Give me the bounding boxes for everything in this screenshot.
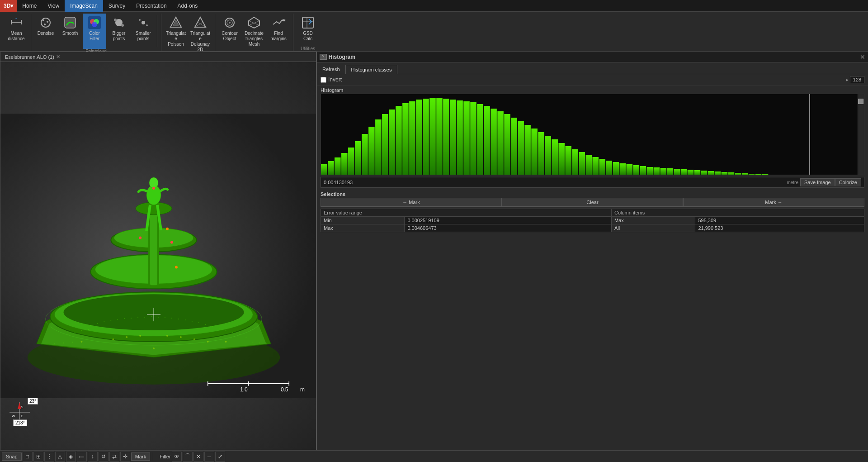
tab-refresh[interactable]: Refresh xyxy=(317,65,345,74)
viewport-3d-area[interactable]: 1.0 0.5 m S E W xyxy=(0,62,316,450)
row1-val1: 0.0002519109 xyxy=(405,217,612,224)
menu-presentation[interactable]: Presentation xyxy=(131,0,172,12)
save-image-btn[interactable]: Save Image xyxy=(800,178,835,186)
svg-rect-2 xyxy=(21,20,22,24)
tab-histogram-classes[interactable]: Histogram classes xyxy=(345,65,398,74)
tool-mean-distance[interactable]: ≈ Mean distance xyxy=(5,14,28,46)
clear-btn[interactable]: Clear xyxy=(502,198,683,207)
svg-rect-175 xyxy=(715,171,721,175)
tool-decimate-mesh[interactable]: DecimatetrianglesMesh xyxy=(242,14,266,48)
gsd-calc-label: GSDCalc xyxy=(303,31,313,42)
svg-point-70 xyxy=(185,319,186,320)
mark-right-btn[interactable]: Mark → xyxy=(683,198,864,207)
tool-triangulate-delaunay[interactable]: TriangulateDelaunay 2D xyxy=(189,14,212,53)
table-row-1: Min 0.0002519109 Max 595,309 xyxy=(321,217,864,224)
svg-rect-166 xyxy=(654,167,660,175)
help-btn[interactable]: ? xyxy=(320,54,327,60)
menu-addons[interactable]: Add-ons xyxy=(172,0,203,12)
snap-points-icon[interactable]: ⋮ xyxy=(44,452,54,462)
smooth-label: Smooth xyxy=(62,31,78,36)
smaller-points-icon xyxy=(136,15,151,30)
snap-move-icon[interactable]: ↕ xyxy=(88,452,98,462)
svg-rect-184 xyxy=(776,175,782,175)
filter-arrow-icon[interactable]: → xyxy=(204,452,214,462)
mark-left-btn[interactable]: ← Mark xyxy=(321,198,502,207)
toolbar-group-mesh: ContourObject DecimatetrianglesMesh Find… xyxy=(215,14,293,51)
toolbar-sep xyxy=(153,452,153,461)
viewport-tab: Eselsbrunnen.ALO (1) ✕ xyxy=(0,52,316,62)
viewport[interactable]: Eselsbrunnen.ALO (1) ✕ xyxy=(0,52,316,450)
menu-home[interactable]: Home xyxy=(17,0,42,12)
filter-curve-icon[interactable]: ⌒ xyxy=(183,452,193,462)
logo-button[interactable]: 3D▾ xyxy=(0,0,17,12)
snap-edge-icon[interactable]: ⟝ xyxy=(77,452,87,462)
svg-rect-168 xyxy=(667,168,674,175)
tool-contour-object[interactable]: ContourObject xyxy=(218,14,241,48)
histogram-slider-thumb[interactable] xyxy=(858,99,863,104)
svg-point-83 xyxy=(245,337,246,338)
snap-btn[interactable]: Snap xyxy=(2,452,22,461)
mesh-group-label xyxy=(218,48,290,49)
panel-close-btn[interactable]: ✕ xyxy=(860,53,865,61)
svg-point-56 xyxy=(90,325,91,326)
viewport-tab-label: Eselsbrunnen.ALO (1) xyxy=(5,54,54,60)
svg-rect-151 xyxy=(552,139,558,175)
selections-buttons: ← Mark Clear Mark → xyxy=(321,198,864,207)
contour-object-label: ContourObject xyxy=(222,31,238,42)
snap-node-icon[interactable]: ◈ xyxy=(66,452,76,462)
filter-x-icon[interactable]: ✕ xyxy=(193,452,203,462)
svg-rect-131 xyxy=(416,100,422,175)
snap-flip-icon[interactable]: ⇄ xyxy=(109,452,119,462)
tool-gsd-calc[interactable]: GSDCalc xyxy=(296,14,320,46)
svg-rect-185 xyxy=(783,175,789,175)
svg-point-92 xyxy=(139,335,141,337)
tool-smooth[interactable]: Smooth xyxy=(58,14,82,49)
snap-tri-icon[interactable]: △ xyxy=(55,452,65,462)
svg-rect-123 xyxy=(362,134,368,175)
tool-find-margins[interactable]: Findmargins xyxy=(267,14,290,48)
snap-square-icon[interactable]: □ xyxy=(23,452,33,462)
svg-rect-121 xyxy=(348,148,354,175)
tool-triangulate-poisson[interactable]: TriangulatePoisson xyxy=(164,14,188,53)
snap-grid-icon[interactable]: ⊞ xyxy=(33,452,43,462)
bigger-points-icon xyxy=(112,15,126,30)
svg-point-59 xyxy=(110,320,111,321)
svg-rect-178 xyxy=(735,173,741,175)
smaller-points-label: Smallerpoints xyxy=(136,31,151,42)
svg-point-94 xyxy=(166,335,168,337)
menu-survey[interactable]: Survey xyxy=(103,0,131,12)
menu-imagescan[interactable]: ImageScan xyxy=(65,0,103,12)
svg-point-4 xyxy=(41,18,50,27)
row1-label1: Min xyxy=(321,217,405,224)
svg-rect-136 xyxy=(450,100,456,175)
svg-point-50 xyxy=(149,177,158,188)
histogram-chart[interactable] xyxy=(321,94,864,175)
svg-rect-119 xyxy=(335,157,341,175)
menu-view[interactable]: View xyxy=(42,0,65,12)
filter-eye-icon[interactable]: 👁 xyxy=(172,452,182,462)
svg-point-80 xyxy=(226,330,226,331)
colorize-btn[interactable]: Colorize xyxy=(835,178,861,186)
svg-point-17 xyxy=(139,19,141,21)
fountain-render: 1.0 0.5 m xyxy=(0,62,316,450)
mark-btn[interactable]: Mark xyxy=(131,452,150,461)
svg-rect-149 xyxy=(538,132,544,175)
tool-smaller-points[interactable]: Smallerpoints xyxy=(132,14,155,49)
svg-rect-177 xyxy=(728,172,735,175)
svg-point-52 xyxy=(166,228,169,230)
histogram-slider-track[interactable] xyxy=(858,94,864,175)
row2-label1: Max xyxy=(321,224,405,232)
filter-expand-icon[interactable]: ⤢ xyxy=(215,452,225,462)
svg-point-79 xyxy=(88,329,89,330)
svg-point-99 xyxy=(225,341,227,343)
svg-point-76 xyxy=(68,334,69,335)
invert-checkbox[interactable] xyxy=(321,77,326,83)
tool-denoise[interactable]: Denoise xyxy=(34,14,57,49)
snap-rot-icon[interactable]: ↺ xyxy=(99,452,108,462)
snap-plus-icon[interactable]: ✛ xyxy=(120,452,130,462)
viewport-close-btn[interactable]: ✕ xyxy=(56,54,60,60)
mean-distance-label: Mean distance xyxy=(5,31,27,42)
svg-point-90 xyxy=(112,338,114,340)
tool-color-filter[interactable]: ColorFilter xyxy=(83,14,106,49)
tool-bigger-points[interactable]: Biggerpoints xyxy=(107,14,131,49)
